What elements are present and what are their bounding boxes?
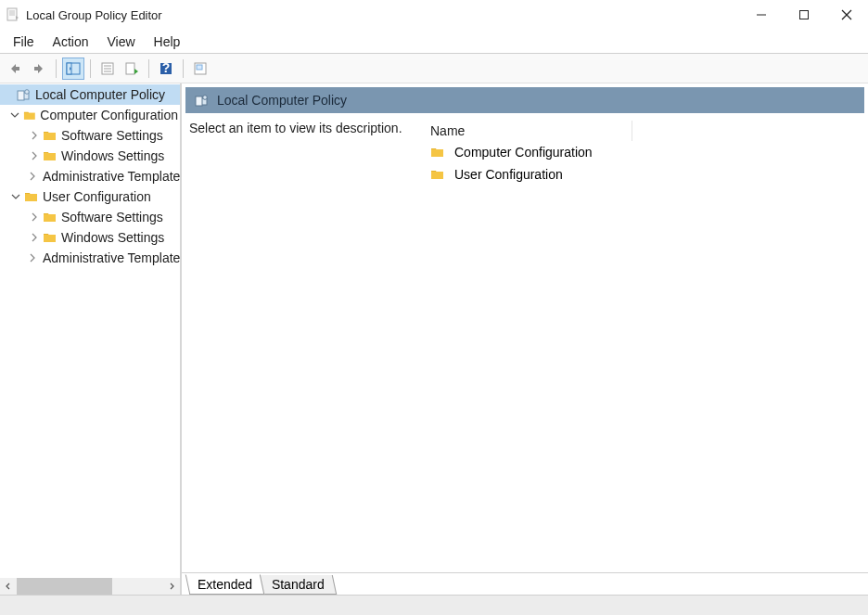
tree-label: Software Settings (61, 210, 163, 224)
chevron-right-icon[interactable] (28, 211, 41, 224)
tree-node-computer-config[interactable]: Computer Configuration (0, 105, 180, 125)
svg-point-33 (203, 96, 208, 100)
folder-icon (43, 148, 57, 163)
chevron-down-icon[interactable] (9, 190, 22, 203)
horizontal-scrollbar[interactable] (0, 578, 180, 595)
tree-pane: Local Computer Policy Computer Configura… (0, 83, 182, 595)
items-list: Name Computer Configuration User Configu… (428, 121, 861, 572)
svg-rect-19 (197, 65, 202, 70)
tree-root[interactable]: Local Computer Policy (0, 84, 180, 105)
tree-node-user-config[interactable]: User Configuration (0, 186, 180, 207)
list-item-label: Computer Configuration (454, 145, 593, 160)
tree-label: User Configuration (43, 189, 151, 204)
tree-label: Administrative Templates (43, 250, 180, 265)
chevron-right-icon[interactable] (28, 231, 41, 244)
scroll-track[interactable] (17, 578, 163, 595)
forward-button[interactable] (28, 58, 50, 80)
folder-icon (430, 145, 445, 160)
list-item[interactable]: Computer Configuration (428, 141, 861, 163)
tree-label: Software Settings (61, 128, 163, 143)
tree-content: Local Computer Policy Computer Configura… (0, 83, 180, 578)
chevron-right-icon[interactable] (28, 149, 41, 162)
tree-node-uc-windows[interactable]: Windows Settings (0, 227, 180, 248)
chevron-down-icon[interactable] (9, 109, 21, 122)
svg-rect-28 (44, 214, 56, 222)
menu-file[interactable]: File (4, 32, 44, 52)
main-split: Local Computer Policy Computer Configura… (0, 83, 868, 595)
list-item-label: User Configuration (454, 167, 563, 182)
back-button[interactable] (4, 58, 26, 80)
tab-standard[interactable]: Standard (260, 575, 337, 595)
content-header: Local Computer Policy (185, 87, 864, 113)
menu-help[interactable]: Help (145, 32, 190, 52)
maximize-button[interactable] (783, 0, 825, 30)
menubar: File Action View Help (0, 30, 868, 54)
svg-rect-24 (44, 133, 56, 140)
tree-node-cc-software[interactable]: Software Settings (0, 125, 180, 146)
statusbar (0, 595, 868, 615)
folder-icon (23, 108, 37, 122)
svg-rect-21 (18, 91, 24, 100)
window-controls (740, 0, 868, 30)
tree-node-cc-windows[interactable]: Windows Settings (0, 146, 180, 166)
folder-icon (430, 167, 445, 182)
tree-node-uc-admin[interactable]: Administrative Templates (0, 248, 180, 268)
svg-rect-15 (126, 63, 134, 74)
folder-icon (24, 189, 39, 204)
content-body: Select an item to view its description. … (182, 113, 868, 572)
folder-icon (43, 230, 57, 245)
description-prompt: Select an item to view its description. (189, 121, 428, 572)
content-pane: Local Computer Policy Select an item to … (182, 83, 868, 595)
minimize-button[interactable] (740, 0, 783, 30)
tree-label: Windows Settings (61, 230, 164, 245)
tab-extended[interactable]: Extended (185, 574, 265, 595)
toolbar: ? (0, 54, 868, 83)
show-hide-tree-button[interactable] (62, 58, 84, 80)
export-list-button[interactable] (121, 58, 143, 80)
svg-point-22 (25, 90, 30, 95)
svg-text:?: ? (162, 61, 171, 75)
toolbar-separator (90, 59, 91, 78)
chevron-right-icon[interactable] (28, 251, 37, 264)
scroll-right-icon[interactable] (163, 578, 180, 595)
toolbar-separator (183, 59, 184, 78)
toolbar-separator (56, 59, 57, 78)
svg-rect-32 (196, 96, 202, 106)
chevron-right-icon[interactable] (28, 129, 41, 142)
svg-rect-27 (25, 194, 37, 201)
close-button[interactable] (825, 0, 868, 30)
policy-icon (17, 87, 32, 102)
filter-button[interactable] (189, 58, 211, 80)
menu-action[interactable]: Action (44, 32, 98, 52)
tabstrip: Extended Standard (182, 572, 868, 595)
scroll-thumb[interactable] (17, 578, 112, 595)
list-header: Name (428, 121, 861, 141)
svg-rect-35 (431, 172, 443, 179)
menu-view[interactable]: View (97, 32, 144, 52)
scroll-left-icon[interactable] (0, 578, 17, 595)
tree-label: Local Computer Policy (35, 87, 165, 102)
window-title: Local Group Policy Editor (26, 8, 162, 22)
tree-node-uc-software[interactable]: Software Settings (0, 207, 180, 227)
titlebar: Local Group Policy Editor (0, 0, 868, 30)
policy-icon (195, 93, 210, 108)
tree-label: Administrative Templates (43, 169, 180, 184)
folder-icon (43, 128, 57, 143)
help-button[interactable]: ? (155, 58, 177, 80)
tree-label: Windows Settings (61, 148, 164, 163)
svg-rect-29 (44, 235, 56, 242)
toolbar-separator (148, 59, 149, 78)
properties-button[interactable] (96, 58, 119, 80)
svg-rect-5 (800, 11, 809, 19)
svg-rect-25 (44, 153, 56, 160)
app-icon (6, 7, 20, 22)
svg-rect-34 (431, 149, 443, 157)
list-item[interactable]: User Configuration (428, 163, 861, 186)
expander-icon[interactable] (2, 88, 15, 101)
folder-icon (43, 210, 57, 224)
tree-node-cc-admin[interactable]: Administrative Templates (0, 166, 180, 186)
svg-rect-23 (24, 112, 35, 119)
chevron-right-icon[interactable] (28, 170, 37, 183)
tree-label: Computer Configuration (40, 108, 178, 122)
column-name[interactable]: Name (428, 121, 632, 141)
